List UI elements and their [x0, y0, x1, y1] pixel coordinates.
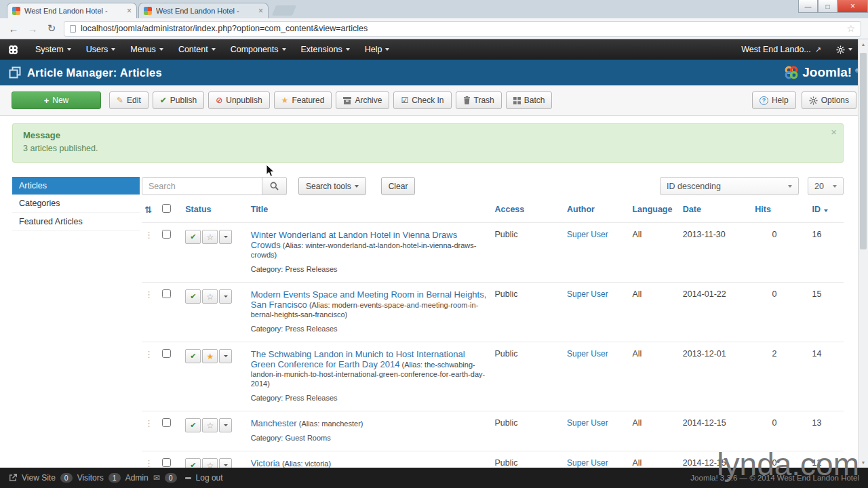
minimize-button[interactable]: —	[798, 0, 818, 13]
site-preview-link[interactable]: West End Lando... ↗	[734, 45, 829, 54]
article-author-link[interactable]: Super User	[567, 289, 608, 299]
batch-button[interactable]: Batch	[506, 92, 553, 109]
column-id-header[interactable]: ID	[795, 197, 844, 223]
publish-toggle-button[interactable]: ✔	[185, 418, 201, 432]
column-access-header[interactable]: Access	[492, 197, 564, 223]
drag-handle-icon[interactable]: ⋮	[144, 230, 153, 240]
publish-toggle-button[interactable]: ✔	[185, 230, 201, 244]
back-button[interactable]: ←	[7, 23, 20, 35]
feature-toggle-button[interactable]: ☆	[202, 230, 218, 244]
visitors-label: Visitors	[77, 473, 104, 483]
status-dropdown-button[interactable]	[219, 349, 232, 363]
article-author-link[interactable]: Super User	[567, 349, 608, 359]
select-all-checkbox[interactable]	[162, 204, 171, 213]
bookmark-star-icon[interactable]: ☆	[846, 23, 855, 34]
admin-menu-list: SystemUsersMenusContentComponentsExtensi…	[28, 45, 397, 54]
sidebar-item-featured-articles[interactable]: Featured Articles	[12, 213, 140, 231]
view-site-link[interactable]: View Site	[22, 473, 56, 483]
column-hits-header[interactable]: Hits	[749, 197, 794, 223]
browser-tab-active[interactable]: West End Landon Hotel -×	[7, 3, 137, 18]
featured-button[interactable]: ★Featured	[274, 92, 332, 109]
reload-button[interactable]: ↻	[45, 22, 58, 35]
help-button[interactable]: ?Help	[752, 92, 796, 109]
sort-order-value: ID descending	[667, 182, 721, 191]
edit-button[interactable]: ✎Edit	[109, 92, 149, 109]
row-checkbox[interactable]	[162, 230, 171, 239]
column-language-header[interactable]: Language	[629, 197, 679, 223]
checkin-icon: ☑	[401, 96, 408, 104]
drag-handle-icon[interactable]: ⋮	[144, 418, 153, 428]
vertical-scrollbar[interactable]: ▲ ▼	[858, 39, 868, 468]
clear-button[interactable]: Clear	[381, 177, 416, 195]
article-date: 2014-12-15	[680, 411, 749, 451]
browser-tab[interactable]: West End Landon Hotel -×	[138, 3, 269, 18]
article-access: Public	[492, 283, 564, 342]
ordering-sort-icon[interactable]: ⇅	[144, 205, 152, 215]
menu-content[interactable]: Content	[171, 45, 223, 54]
column-status-header[interactable]: Status	[182, 197, 248, 223]
scroll-down-icon[interactable]: ▼	[859, 460, 868, 465]
menu-components[interactable]: Components	[223, 45, 294, 54]
alert-close-icon[interactable]: ×	[831, 126, 837, 138]
drag-handle-icon[interactable]: ⋮	[144, 349, 153, 359]
url-box[interactable]: localhost/joomla/administrator/index.php…	[64, 21, 861, 37]
search-tools-button[interactable]: Search tools	[298, 177, 366, 195]
drag-handle-icon[interactable]: ⋮	[144, 458, 153, 468]
row-checkbox[interactable]	[162, 349, 171, 358]
maximize-button[interactable]: □	[818, 0, 837, 13]
search-button[interactable]	[262, 177, 287, 195]
status-dropdown-button[interactable]	[219, 418, 232, 432]
column-author-header[interactable]: Author	[564, 197, 629, 223]
unpublish-button[interactable]: ⊘Unpublish	[208, 92, 269, 109]
status-dropdown-button[interactable]	[219, 289, 232, 304]
forward-button[interactable]: →	[26, 23, 39, 35]
column-date-header[interactable]: Date	[680, 197, 749, 223]
menu-help[interactable]: Help	[357, 45, 397, 54]
menu-menus[interactable]: Menus	[123, 45, 171, 54]
pencil-icon: ✎	[117, 96, 123, 104]
filter-bar: Search tools Clear ID descending 20	[142, 177, 844, 195]
tab-close-icon[interactable]: ×	[127, 7, 132, 15]
settings-menu-button[interactable]	[829, 45, 860, 54]
publish-toggle-button[interactable]: ✔	[185, 349, 201, 363]
feature-toggle-button[interactable]: ★	[202, 349, 218, 363]
article-title-link[interactable]: Victoria	[251, 458, 280, 468]
search-input[interactable]	[142, 177, 262, 195]
publish-button[interactable]: ✔Publish	[153, 92, 204, 109]
article-author-link[interactable]: Super User	[567, 458, 608, 468]
status-dropdown-button[interactable]	[219, 230, 232, 244]
tab-close-icon[interactable]: ×	[258, 7, 263, 15]
publish-toggle-button[interactable]: ✔	[185, 289, 201, 304]
lynda-watermark: lynda.com	[717, 449, 859, 480]
sort-order-select[interactable]: ID descending	[660, 177, 799, 195]
article-author-link[interactable]: Super User	[567, 230, 608, 239]
new-tab-button[interactable]	[272, 5, 296, 16]
article-title-link[interactable]: Manchester	[251, 418, 297, 428]
feature-toggle-button[interactable]: ☆	[202, 418, 218, 432]
column-title-header[interactable]: Title	[248, 197, 492, 223]
article-author-link[interactable]: Super User	[567, 418, 608, 428]
feature-toggle-button[interactable]: ☆	[202, 289, 218, 304]
scrollbar-thumb[interactable]	[860, 53, 867, 249]
options-button[interactable]: Options	[802, 92, 856, 109]
main-panel: Search tools Clear ID descending 20	[142, 177, 844, 488]
menu-users[interactable]: Users	[79, 45, 123, 54]
row-checkbox[interactable]	[162, 418, 171, 427]
check-in-button[interactable]: ☑Check In	[393, 92, 451, 109]
trash-button[interactable]: Trash	[456, 92, 502, 109]
row-checkbox[interactable]	[162, 289, 171, 298]
menu-system[interactable]: System	[28, 45, 79, 54]
close-button[interactable]: ×	[837, 0, 868, 13]
archive-button[interactable]: Archive	[336, 92, 389, 109]
menu-extensions[interactable]: Extensions	[294, 45, 357, 54]
sidebar-item-categories[interactable]: Categories	[12, 195, 140, 213]
window-controls: — □ ×	[798, 0, 868, 13]
logout-link[interactable]: Log out	[196, 473, 223, 483]
drag-handle-icon[interactable]: ⋮	[144, 289, 153, 300]
scroll-up-icon[interactable]: ▲	[859, 42, 868, 47]
list-limit-select[interactable]: 20	[808, 177, 844, 195]
sidebar-item-articles[interactable]: Articles	[12, 177, 140, 195]
new-button[interactable]: +New	[12, 92, 101, 109]
envelope-icon[interactable]: ✉	[153, 473, 160, 483]
row-checkbox[interactable]	[162, 458, 171, 467]
